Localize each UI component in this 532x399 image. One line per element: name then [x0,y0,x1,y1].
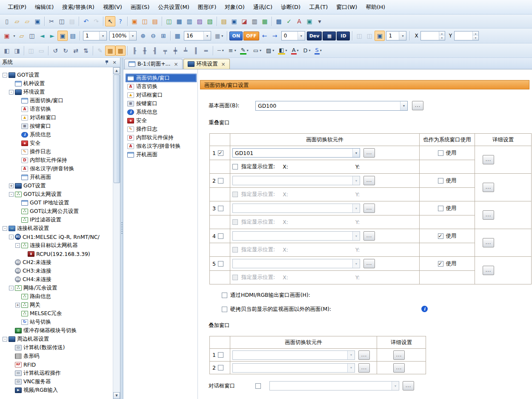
system-window-checkbox[interactable] [438,233,443,239]
window-number-select[interactable]: 1▾ [386,31,406,40]
device-browse-button[interactable]: ... [363,231,375,241]
menu-edit[interactable]: 编辑(E) [31,1,58,13]
copy-icon[interactable]: ◫ [57,16,67,26]
id-display-button[interactable]: ID [337,32,350,40]
tree-scrollbar[interactable]: ▲ ▼ [113,67,120,399]
tree-item-gateway[interactable]: +∴网关 [0,301,113,309]
tree-item-pc-data-transfer[interactable]: ▭计算机(数据传送) [0,343,113,352]
tree-item-ip-filter[interactable]: ∴IP过滤器设置 [0,215,113,224]
menu-search-replace[interactable]: 搜索/替换(R) [58,1,99,13]
align-top-icon[interactable]: ╤ [160,46,170,56]
screen-device-select[interactable]: ▾ [232,231,360,241]
redo-icon[interactable]: ↷ [91,16,101,26]
collapse-icon[interactable]: - [15,243,20,248]
screen-utilize-icon[interactable]: ▦ [174,16,184,26]
tree-item-device-retain[interactable]: D内部软元件保持 [0,156,113,164]
tab-close-icon[interactable]: × [174,61,178,67]
dropdown-arrow-icon[interactable]: ▾ [352,204,360,212]
cut-icon[interactable]: ✂ [46,16,57,26]
window-tile-icon[interactable]: ◫ [364,31,375,41]
settings-item-screen-switching[interactable]: 画面切换/窗口 [126,74,197,82]
menu-project[interactable]: 工程(P) [3,1,31,13]
screen-device-select[interactable]: ▾ [232,363,355,373]
group-icon[interactable]: ◫ [26,46,36,56]
screen-device-select[interactable]: ▾ [232,350,355,360]
spinner-buttons[interactable]: ▴▾ [472,32,478,40]
line-width-dropdown[interactable]: ≡▾ [226,46,238,56]
scrollbar-thumb[interactable] [114,75,120,183]
device-browse-button[interactable]: ... [363,204,375,213]
y-coordinate-input[interactable]: ▴▾ [454,31,479,40]
dropdown-arrow-icon[interactable]: ▾ [352,259,360,268]
distribute-vertical-icon[interactable]: ═ [201,46,211,56]
text-underline-dropdown[interactable]: S▾ [313,46,323,56]
menu-common-settings[interactable]: 公共设置(M) [154,1,193,13]
dialog-window-select[interactable]: ▾ [269,381,399,390]
ungroup-icon[interactable]: ▭ [36,46,46,56]
system-window-checkbox[interactable] [438,261,443,267]
dropdown-arrow-icon[interactable]: ▾ [400,101,407,110]
menu-screen[interactable]: 画面(S) [126,1,154,13]
base-screen-browse-button[interactable]: ... [412,101,423,110]
tree-item-barcode[interactable]: 条形码 [0,352,113,360]
device-browse-button[interactable]: ... [358,363,370,373]
menu-view[interactable]: 视图(V) [99,1,126,13]
shape-style-dropdown[interactable]: ▭▾ [251,46,263,56]
text-color-dropdown[interactable]: A▾ [290,46,300,56]
tree-item-network-redundancy[interactable]: -∴网络/冗余设置 [0,284,113,292]
device-monitor-icon[interactable]: ▤ [68,31,78,41]
stack-back-icon[interactable]: ◨ [12,46,22,56]
screen-device-select[interactable]: ▾ [232,176,360,185]
dropdown-arrow-icon[interactable]: ▾ [203,32,211,40]
tree-item-key-window[interactable]: ▦按键窗口 [0,122,113,130]
collapse-icon[interactable]: - [3,337,7,342]
option-icon[interactable]: ▾ [315,16,325,26]
system-window-checkbox[interactable] [438,206,443,211]
select-cursor-icon[interactable]: ↖ [105,16,115,26]
collapse-icon[interactable]: - [9,192,14,197]
zoom-select[interactable]: 100%▾ [109,31,137,40]
panel-splitter[interactable] [120,58,123,399]
rotate-left-icon[interactable]: ↺ [50,46,60,56]
device-value-select[interactable]: 0▾ [281,31,305,40]
tree-item-target-ethernet-device[interactable]: -∴连接目标以太网机器 [0,241,113,250]
tree-item-screen-switching[interactable]: 画面切换/窗口 [0,96,113,105]
tag-list-icon[interactable]: ◪ [239,16,249,26]
close-icon[interactable]: × [111,59,118,66]
settings-item-operation-log[interactable]: ✎操作日志 [126,125,197,133]
flip-vertical-icon[interactable]: ⇅ [81,46,91,56]
open-project-icon[interactable]: ▱ [12,16,22,26]
align-middle-icon[interactable]: ╪ [170,46,180,56]
dropdown-arrow-icon[interactable]: ▾ [347,351,355,359]
device-next-icon[interactable]: → [270,31,280,41]
screen-copy-icon[interactable]: ◫ [164,16,174,26]
device-comment-icon[interactable]: ▦ [260,16,270,26]
align-center-icon[interactable]: ╫ [140,46,150,56]
tree-item-channel3[interactable]: 03CH3:未连接 [0,267,113,275]
window-enable-checkbox[interactable] [218,365,223,370]
dropdown-arrow-icon[interactable]: ▾ [129,32,136,40]
edit-vertex-icon[interactable]: ✎ [95,46,105,56]
hardcopy-checkbox[interactable] [222,307,227,312]
hdmi-output-checkbox[interactable] [222,293,227,298]
tree-item-dialog-window[interactable]: ▲对话框窗口 [0,113,113,122]
pattern-dropdown[interactable]: ▨▾ [264,46,276,56]
category-list-icon[interactable]: ▧ [205,16,215,26]
zoom-out-icon[interactable]: ⊖ [148,31,158,41]
tree-item-peripheral-settings[interactable]: -周边机器设置 [0,335,113,343]
label-list-icon[interactable]: ▣ [229,16,239,26]
window-enable-checkbox[interactable] [218,206,223,211]
window-enable-checkbox[interactable] [218,150,223,156]
device-browse-button[interactable]: ... [358,350,370,360]
data-check-icon[interactable]: ✓ [284,16,294,26]
align-left-icon[interactable]: ╟ [129,46,140,56]
tree-item-got-ethernet[interactable]: -∴GOT以太网设置 [0,190,113,198]
screen-device-select[interactable]: ▾ [232,259,360,268]
system-window-checkbox[interactable] [438,150,443,156]
align-bottom-icon[interactable]: ╧ [180,46,191,56]
settings-item-dialog-window[interactable]: ▲对话框窗口 [126,91,197,99]
position-checkbox[interactable] [232,164,238,169]
script-list-icon[interactable]: ▥ [249,16,260,26]
dropdown-arrow-icon[interactable]: ▾ [352,149,360,157]
menu-communication[interactable]: 通讯(C) [249,1,277,13]
